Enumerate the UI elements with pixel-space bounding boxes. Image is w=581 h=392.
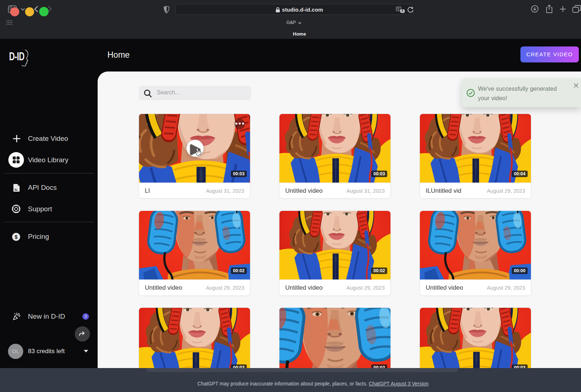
svg-text:$: $ bbox=[15, 234, 18, 240]
svg-text:D-ID: D-ID bbox=[9, 50, 24, 63]
